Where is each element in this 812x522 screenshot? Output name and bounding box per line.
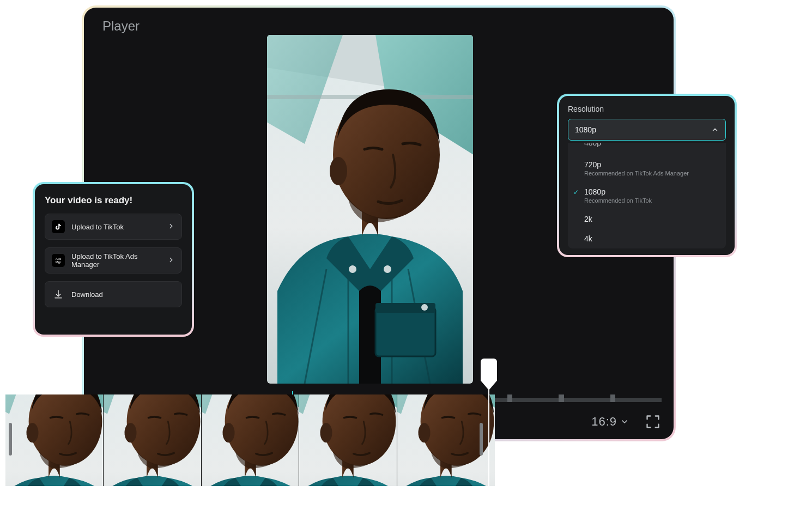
aspect-ratio-selector[interactable]: 16:9 [591,415,629,429]
resolution-option-4k[interactable]: 4k [568,229,726,248]
video-preview[interactable] [267,35,473,384]
chevron-right-icon [167,222,175,232]
timeline-thumb[interactable] [299,394,397,486]
timeline-clip[interactable] [5,394,495,486]
tiktok-icon [52,220,65,233]
player-bottom-controls: 16:9 [591,414,660,429]
download-icon [52,288,65,301]
upload-ads-manager-button[interactable]: AdsMgr Upload to TikTok Ads Manager [45,247,182,274]
resolution-label: Resolution [568,105,726,113]
player-title: Player [102,19,140,34]
timeline-thumb[interactable] [104,394,202,486]
export-heading: Your video is ready! [45,195,182,206]
fullscreen-icon [645,414,660,429]
chevron-down-icon [620,417,629,426]
option-label: Upload to TikTok Ads Manager [71,252,161,269]
resolution-option-1080p[interactable]: ✓ 1080p Recommended on TikTok [568,182,726,209]
check-icon: ✓ [573,189,579,196]
resolution-option-480p[interactable]: 480p [568,143,726,155]
download-button[interactable]: Download [45,281,182,307]
aspect-ratio-value: 16:9 [591,415,617,429]
chevron-up-icon [711,126,719,133]
trim-handle-right[interactable] [480,423,483,456]
timeline-thumb[interactable] [5,394,104,486]
timeline-thumb[interactable] [202,394,300,486]
resolution-option-720p[interactable]: 720p Recommended on TikTok Ads Manager [568,155,726,182]
trim-handle-left[interactable] [9,423,12,456]
fullscreen-button[interactable] [645,414,660,429]
resolution-options-list: 480p 720p Recommended on TikTok Ads Mana… [568,143,726,248]
chevron-right-icon [167,256,175,265]
resolution-option-2k[interactable]: 2k [568,209,726,229]
ads-manager-icon: AdsMgr [52,254,65,267]
export-panel: Your video is ready! Upload to TikTok Ad… [33,182,194,337]
upload-tiktok-button[interactable]: Upload to TikTok [45,214,182,240]
resolution-select[interactable]: 1080p [568,119,726,141]
resolution-panel: Resolution 1080p 480p 720p Recommended o… [557,94,737,257]
option-label: Upload to TikTok [71,223,161,231]
option-label: Download [71,290,175,299]
resolution-selected-value: 1080p [575,125,596,134]
